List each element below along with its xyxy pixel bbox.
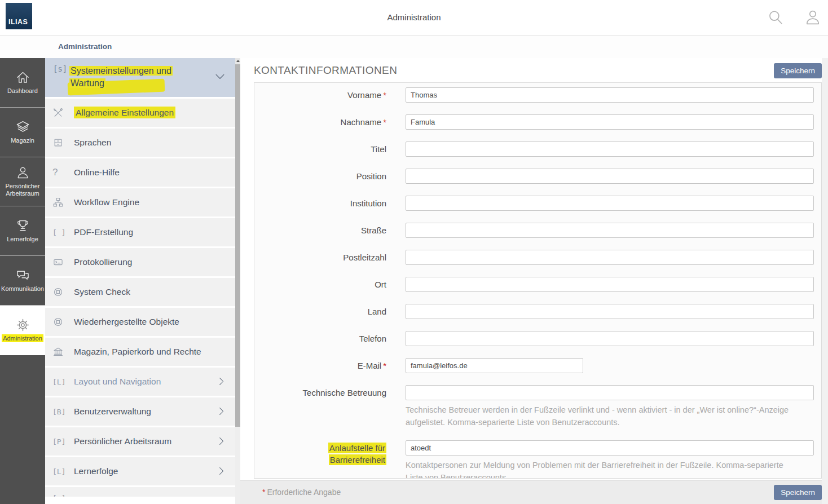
field-label: Anlaufstelle fürBarrierefreiheit [254, 440, 386, 479]
rail-item-administration[interactable]: Administration [0, 306, 45, 355]
lifesaver-icon [52, 286, 69, 298]
rail-item-label: Magazin [10, 135, 35, 145]
sidebar-item-label: System Check [74, 287, 130, 297]
sidebar-item-label: Lernerfolge [74, 466, 118, 476]
breadcrumb-link-administration[interactable]: Administration [58, 42, 112, 51]
search-icon[interactable] [766, 8, 785, 27]
sidebar-item-benutzerverwaltung[interactable]: [B]Benutzerverwaltung [45, 397, 235, 426]
sidebar-header-systemeinstellungen[interactable]: [s] Systemeinstellungen und Wartung [45, 58, 235, 97]
sidebar-item-pdf-erstellung[interactable]: [ ]PDF-Erstellung [45, 218, 235, 246]
rail-item-dashboard[interactable]: Dashboard [0, 58, 45, 108]
form-row-e-mail: E-Mail* [254, 358, 821, 373]
field-label: Vorname* [254, 87, 386, 103]
position-input[interactable] [406, 169, 814, 184]
field-label: Land [254, 304, 386, 319]
rail-item-label: Lernerfolge [6, 234, 39, 244]
form-card: Vorname*Nachname*TitelPositionInstitutio… [254, 82, 822, 479]
field-label: Ort [254, 277, 386, 292]
sidebar-item-label: Online-Hilfe [74, 167, 120, 178]
field-label: Position [254, 169, 386, 184]
question-icon: ? [52, 167, 69, 178]
rail-item-label: Persönlicher Arbeitsraum [0, 181, 45, 198]
sidebar-item-system-check[interactable]: System Check [45, 278, 235, 306]
user-icon[interactable] [803, 8, 822, 27]
sidebar-item-label: PDF-Erstellung [74, 227, 133, 237]
telefon-input[interactable] [406, 331, 814, 346]
bank-icon [52, 346, 69, 357]
form-row-position: Position [254, 169, 821, 184]
sidebar-item-label: Magazin, Papierkorb und Rechte [74, 347, 201, 357]
rail-item-label: Kommunikation [1, 284, 45, 293]
bracket-s-icon: [s] [53, 64, 67, 73]
anlaufstelle-f-r-barrierefreiheit-input[interactable] [406, 440, 814, 456]
form-row-land: Land [254, 304, 821, 319]
sidebar-item-online-hilfe[interactable]: ?Online-Hilfe [45, 158, 235, 187]
sidebar-item-label: Layout und Navigation [74, 377, 161, 387]
sidebar-item-allgemeine-einstellungen[interactable]: Allgemeine Einstellungen [45, 99, 235, 127]
admin-sidebar: [s] Systemeinstellungen und Wartung Allg… [45, 58, 235, 504]
sidebar-item-magazin-papierkorb-und-rechte[interactable]: Magazin, Papierkorb und Rechte [45, 338, 235, 366]
sidebar-item-label: Persönlicher Arbeitsraum [74, 436, 171, 446]
chevron-right-icon [216, 466, 227, 479]
top-bar: ILIAS Administration [0, 0, 828, 36]
bracket-l-icon: [L] [52, 467, 69, 476]
layers-icon [15, 120, 30, 135]
sidebar-item-sprachen[interactable]: Sprachen [45, 129, 235, 157]
form-row-stra-e: Straße [254, 223, 821, 238]
sidebar-header-label: Systemeinstellungen und Wartung [69, 65, 173, 90]
field-label: Nachname* [254, 114, 386, 130]
rail-item-pers-nlicher-arbeitsraum[interactable]: Persönlicher Arbeitsraum [0, 157, 45, 207]
sidebar-item-protokollierung[interactable]: Protokollierung [45, 248, 235, 276]
scrollbar-thumb[interactable] [235, 64, 240, 427]
chevron-right-icon [216, 376, 227, 389]
rail-item-label: Dashboard [7, 86, 38, 95]
save-button-bottom[interactable]: Speichern [774, 485, 822, 500]
sidebar-scrollbar [235, 58, 240, 504]
main-icon-rail: DashboardMagazinPersönlicher Arbeitsraum… [0, 58, 45, 504]
sidebar-item-wiederhergestellte-objekte[interactable]: Wiederhergestellte Objekte [45, 308, 235, 336]
person-icon [15, 165, 30, 181]
scroll-up-arrow[interactable] [235, 58, 240, 64]
ort-input[interactable] [406, 277, 814, 292]
tools-icon [52, 107, 69, 118]
field-label: Technische Betreuung [254, 385, 386, 428]
land-input[interactable] [406, 304, 814, 319]
e-mail-input[interactable] [406, 358, 583, 373]
field-label: Postleitzahl [254, 250, 386, 265]
sidebar-item-workflow-engine[interactable]: Workflow Engine [45, 188, 235, 216]
form-row-technische-betreuung: Technische BetreuungTechnische Betreuer … [254, 385, 821, 428]
required-asterisk: * [383, 117, 386, 127]
bracket-p-icon: [P] [52, 437, 69, 446]
technische-betreuung-input[interactable] [406, 385, 814, 400]
nachname-input[interactable] [406, 114, 814, 130]
sidebar-item-label: Benutzerverwaltung [74, 406, 151, 417]
breadcrumb: Administration [0, 36, 828, 58]
postleitzahl-input[interactable] [406, 250, 814, 265]
field-label: Titel [254, 142, 386, 157]
page-scroll-gutter [822, 58, 828, 504]
brackets-icon: [ ] [52, 494, 69, 497]
field-label: Institution [254, 196, 386, 211]
section-heading: KONTAKTINFORMATIONEN [254, 64, 397, 77]
log-icon [52, 257, 69, 268]
sidebar-item-layout-und-navigation[interactable]: [L]Layout und Navigation [45, 368, 235, 396]
titel-input[interactable] [406, 142, 814, 157]
rail-item-magazin[interactable]: Magazin [0, 108, 45, 157]
workflow-icon [52, 197, 69, 208]
institution-input[interactable] [406, 196, 814, 211]
trophy-icon [15, 218, 30, 234]
form-row-ort: Ort [254, 277, 821, 292]
vorname-input[interactable] [406, 87, 814, 103]
form-row-telefon: Telefon [254, 331, 821, 346]
form-row-postleitzahl: Postleitzahl [254, 250, 821, 265]
rail-item-lernerfolge[interactable]: Lernerfolge [0, 206, 45, 256]
save-button-top[interactable]: Speichern [774, 63, 822, 78]
sidebar-item-lernerfolge[interactable]: [L]Lernerfolge [45, 457, 235, 485]
content-region: DashboardMagazinPersönlicher Arbeitsraum… [0, 58, 828, 504]
sidebar-item-pers-nlicher-arbeitsraum[interactable]: [P]Persönlicher Arbeitsraum [45, 427, 235, 456]
sidebar-item-item[interactable]: [ ] [45, 487, 235, 497]
stra-e-input[interactable] [406, 223, 814, 238]
form-footer: *Erforderliche Angabe Speichern [240, 480, 828, 504]
rail-item-kommunikation[interactable]: Kommunikation [0, 256, 45, 306]
field-label: Telefon [254, 331, 386, 346]
